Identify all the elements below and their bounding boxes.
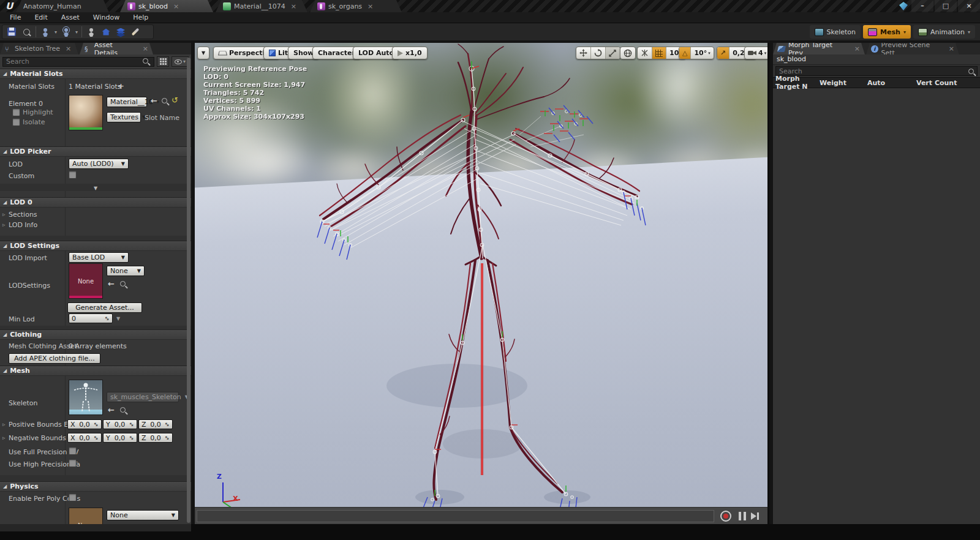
tab-asset-details[interactable]: § Asset Details × (80, 43, 153, 54)
view-options-button[interactable]: ▾ (172, 56, 189, 67)
menu-help[interactable]: Help (127, 13, 154, 22)
add-apex-clothing-button[interactable]: Add APEX clothing file... (9, 353, 100, 364)
add-material-slot-button[interactable]: + (118, 81, 124, 91)
generate-asset-button[interactable]: Generate Asset... (67, 302, 142, 313)
lod-info-row[interactable]: LOD Info (9, 221, 37, 229)
menu-edit[interactable]: Edit (28, 13, 53, 22)
scale-snap-toggle[interactable]: ↗ (717, 47, 729, 59)
translate-tool-button[interactable] (576, 47, 590, 59)
highlight-checkbox[interactable] (12, 108, 20, 116)
rotate-tool-button[interactable] (590, 47, 605, 59)
preview-viewport[interactable]: ▼ Perspective Lit Show Character LOD Aut… (195, 43, 767, 524)
window-tab-anatomy-human[interactable]: Anatomy_Human (16, 0, 109, 12)
morph-table-body[interactable] (773, 88, 980, 531)
expand-icon[interactable]: ▹ (2, 211, 6, 217)
tab-morph-target-preview[interactable]: Morph Target Prev × (773, 43, 865, 54)
step-forward-button[interactable] (751, 512, 760, 520)
slot-type-combo[interactable]: Textures ▼ (107, 112, 141, 122)
camera-speed-button[interactable]: 4 ▾ (745, 47, 767, 59)
browse-to-asset-icon[interactable] (120, 407, 126, 413)
browse-to-asset-icon[interactable] (162, 98, 167, 103)
preview-mesh-icon[interactable] (40, 26, 51, 37)
lod-combo[interactable]: Auto (LOD0) ▼ (69, 159, 129, 169)
timeline-scrubber[interactable] (197, 510, 714, 522)
maximize-button[interactable]: □ (935, 0, 957, 12)
chevron-down-icon[interactable]: ▼ (116, 316, 120, 321)
section-material-slots[interactable]: ◢ Material Slots (0, 69, 191, 79)
column-auto[interactable]: Auto (865, 79, 914, 87)
use-selected-asset-icon[interactable]: ← (108, 405, 115, 414)
menu-file[interactable]: File (4, 13, 27, 22)
chevron-down-icon[interactable]: ▾ (968, 29, 970, 35)
grid-snap-toggle[interactable] (652, 47, 666, 59)
per-poly-checkbox[interactable] (69, 493, 77, 501)
lodsettings-combo[interactable]: None ▼ (107, 266, 145, 276)
neg-bounds-z[interactable]: Z0,0↔ (138, 433, 173, 443)
expand-icon[interactable]: ▹ (2, 222, 6, 228)
section-lod0[interactable]: ◢ LOD 0 (0, 197, 191, 208)
world-coordinate-button[interactable] (620, 47, 635, 59)
use-selected-asset-icon[interactable]: ← (151, 96, 157, 105)
animation-mode-button[interactable]: Animation ▾ (913, 25, 975, 39)
full-precision-checkbox[interactable] (69, 447, 77, 455)
category-expander[interactable]: ▼ (0, 184, 191, 191)
pos-bounds-z[interactable]: Z0,0↔ (138, 419, 173, 429)
custom-checkbox[interactable] (69, 171, 77, 179)
snap-axis-button[interactable] (638, 47, 652, 59)
section-physics[interactable]: ◢ Physics (0, 481, 191, 492)
playback-speed-button[interactable]: x1,0 (392, 47, 428, 59)
close-icon[interactable]: × (291, 2, 296, 10)
morph-search-input[interactable] (775, 66, 978, 76)
pos-bounds-y[interactable]: Y0,0↔ (103, 419, 137, 429)
lodsettings-thumbnail[interactable]: None (69, 263, 103, 299)
section-mesh[interactable]: ◢ Mesh (0, 366, 191, 376)
pause-button[interactable] (739, 512, 746, 520)
preview-animation-icon[interactable] (61, 26, 72, 37)
tab-skeleton-tree[interactable]: ⑂ Skeleton Tree × (0, 43, 78, 54)
close-icon[interactable]: × (143, 45, 148, 53)
find-in-content-browser-icon[interactable] (21, 26, 32, 37)
neg-bounds-x[interactable]: X0,0↔ (67, 433, 102, 443)
scrollbar[interactable] (187, 58, 190, 523)
chevron-down-icon[interactable]: ▾ (55, 29, 57, 35)
lod-import-combo[interactable]: Base LOD ▼ (69, 252, 129, 263)
material-combo[interactable]: Material__10 ▾ (107, 97, 147, 107)
neg-bounds-y[interactable]: Y0,0↔ (103, 433, 137, 443)
high-precision-checkbox[interactable] (69, 459, 77, 467)
section-lod-picker[interactable]: ◢ LOD Picker (0, 146, 191, 157)
pos-bounds-x[interactable]: X0,0↔ (67, 419, 102, 429)
section-clothing[interactable]: ◢ Clothing (0, 329, 191, 340)
skeleton-mode-button[interactable]: Skeleton (810, 25, 861, 39)
reset-icon[interactable]: ↺ (172, 96, 178, 105)
make-static-mesh-icon[interactable] (100, 26, 111, 37)
section-selection-icon[interactable] (115, 26, 126, 37)
window-tab-sk-blood[interactable]: sk_blood × (120, 0, 213, 12)
rotation-snap-toggle[interactable]: △ (679, 47, 690, 59)
window-tab-sk-organs[interactable]: sk_organs × (310, 0, 402, 12)
rotation-snap-value-button[interactable]: 10° ▾ (690, 47, 713, 59)
search-input[interactable] (2, 57, 154, 67)
material-thumbnail[interactable] (69, 95, 103, 130)
min-lod-spinner[interactable]: 0 ↔ (69, 313, 113, 323)
window-tab-material-1074[interactable]: Material__1074 × (216, 0, 307, 12)
section-lod-settings[interactable]: ◢ LOD Settings (0, 241, 191, 251)
column-weight[interactable]: Weight (817, 79, 865, 87)
save-icon[interactable] (6, 26, 17, 37)
close-icon[interactable]: × (949, 45, 954, 53)
isolate-checkbox[interactable] (12, 118, 20, 126)
physics-asset-combo[interactable]: None ▼ (107, 510, 179, 520)
chevron-down-icon[interactable]: ▾ (75, 29, 78, 35)
expand-icon[interactable]: ▹ (2, 421, 6, 427)
record-button[interactable] (720, 511, 731, 522)
reference-pose-icon[interactable] (86, 26, 97, 37)
close-button[interactable]: × (958, 0, 980, 12)
chevron-down-icon[interactable]: ▾ (903, 29, 906, 35)
expand-icon[interactable]: ▹ (2, 435, 6, 441)
close-icon[interactable]: × (368, 2, 373, 10)
close-icon[interactable]: × (173, 2, 179, 10)
minimize-button[interactable]: – (911, 0, 933, 12)
column-vert-count[interactable]: Vert Count (914, 79, 959, 87)
skeleton-thumbnail[interactable] (69, 380, 103, 415)
mesh-mode-button[interactable]: Mesh ▾ (863, 25, 911, 39)
close-icon[interactable]: × (66, 45, 71, 53)
